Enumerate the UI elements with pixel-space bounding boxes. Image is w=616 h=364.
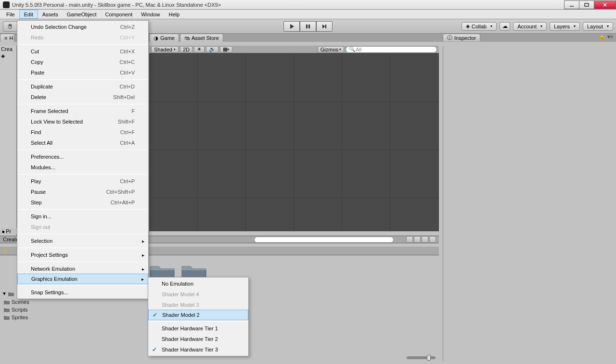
tree-folder-scripts[interactable]: Scripts xyxy=(4,306,139,314)
item-label: Redo xyxy=(31,35,43,40)
submenu-shader-model-4[interactable]: Shader Model 4 xyxy=(148,289,248,300)
menu-graphics-emulation[interactable]: Graphics Emulation xyxy=(17,274,148,284)
menu-snap-settings[interactable]: Snap Settings... xyxy=(17,287,148,298)
menu-copy[interactable]: CopyCtrl+C xyxy=(17,57,148,67)
panel-menu-icon[interactable]: ▾≡ xyxy=(607,34,613,40)
game-tab[interactable]: ◑Game xyxy=(149,34,179,42)
gizmos-dropdown[interactable]: Gizmos▾ xyxy=(318,46,344,53)
menu-preferences[interactable]: Preferences... xyxy=(17,151,148,162)
menu-paste[interactable]: PasteCtrl+V xyxy=(17,67,148,78)
filter-type-icon[interactable] xyxy=(414,236,421,243)
menu-play[interactable]: PlayCtrl+P xyxy=(17,176,148,187)
menu-frame-selected[interactable]: Frame SelectedF xyxy=(17,106,148,116)
submenu-shader-model-2[interactable]: ✓Shader Model 2 xyxy=(148,310,248,320)
scene-row[interactable]: ◈ xyxy=(0,52,16,60)
scene-search-input[interactable]: 🔍All xyxy=(346,46,437,53)
step-button[interactable] xyxy=(316,21,333,32)
menu-step[interactable]: StepCtrl+Alt+P xyxy=(17,197,148,208)
svg-rect-1 xyxy=(585,3,589,6)
submenu-no-emulation[interactable]: No Emulation xyxy=(148,278,248,289)
render-mode-label: Shaded xyxy=(154,47,172,52)
slider-thumb[interactable] xyxy=(427,355,431,361)
image-icon: ▦ xyxy=(223,46,228,52)
menu-find[interactable]: FindCtrl+F xyxy=(17,127,148,138)
menu-network-emulation[interactable]: Network Emulation xyxy=(17,264,148,274)
inspector-options: 🔒 ▾≡ xyxy=(599,34,613,40)
menu-assets[interactable]: Assets xyxy=(38,10,63,19)
menu-lock-view[interactable]: Lock View to SelectedShift+F xyxy=(17,116,148,127)
menu-separator xyxy=(18,248,147,248)
project-search-input[interactable] xyxy=(254,237,394,243)
submenu-shader-model-3[interactable]: Shader Model 3 xyxy=(148,300,248,310)
edit-menu-dropdown: Undo Selection ChangeCtrl+Z RedoCtrl+Y C… xyxy=(17,20,149,299)
menu-window[interactable]: Window xyxy=(137,10,164,19)
maximize-button[interactable] xyxy=(579,0,594,9)
search-icon: 🔍 xyxy=(349,46,356,52)
menu-project-settings[interactable]: Project Settings xyxy=(17,250,148,260)
menu-component[interactable]: Component xyxy=(101,10,137,19)
filter-search-icon[interactable] xyxy=(406,236,413,243)
assetstore-tab[interactable]: 🛍Asset Store xyxy=(180,34,223,42)
account-dropdown[interactable]: Account▾ xyxy=(513,22,547,31)
menu-edit[interactable]: Edit xyxy=(19,10,38,19)
cloud-button[interactable]: ☁ xyxy=(500,22,510,31)
menu-pause[interactable]: PauseCtrl+Shift+P xyxy=(17,187,148,197)
item-label: Lock View to Selected xyxy=(31,119,83,125)
submenu-hw-tier-3[interactable]: ✓Shader Hardware Tier 3 xyxy=(148,344,248,355)
menu-delete[interactable]: DeleteShift+Del xyxy=(17,92,148,102)
chevron-down-icon: ▾ xyxy=(490,24,492,28)
hand-tool-button[interactable] xyxy=(3,21,17,32)
favorite-icon[interactable] xyxy=(429,236,436,243)
tree-folder-scenes[interactable]: Scenes xyxy=(4,298,139,306)
cloud-icon: ☁ xyxy=(502,23,508,29)
effects-toggle[interactable]: ▦▾ xyxy=(220,46,232,53)
item-shortcut: Ctrl+A xyxy=(120,140,135,146)
submenu-hw-tier-1[interactable]: Shader Hardware Tier 1 xyxy=(148,323,248,334)
inspector-tab[interactable]: ⓘInspector xyxy=(443,34,480,41)
tree-expand[interactable]: ▼ xyxy=(2,291,14,296)
item-shortcut: Ctrl+Y xyxy=(120,35,135,40)
menu-redo[interactable]: RedoCtrl+Y xyxy=(17,32,148,43)
window-titlebar: Unity 5.5.0f3 Personal - main.unity - Sk… xyxy=(0,0,616,10)
menu-duplicate[interactable]: DuplicateCtrl+D xyxy=(17,81,148,92)
item-shortcut: Ctrl+D xyxy=(120,84,135,89)
chevron-down-icon: ▾ xyxy=(607,24,609,28)
lighting-toggle[interactable]: ☀ xyxy=(194,46,205,53)
audio-toggle[interactable]: 🔊 xyxy=(206,46,218,53)
hierarchy-tab[interactable]: ≡H xyxy=(0,34,14,42)
collab-dropdown[interactable]: ◈Collab▾ xyxy=(462,22,497,31)
hierarchy-create[interactable]: Crea xyxy=(0,46,16,52)
submenu-hw-tier-2[interactable]: Shader Hardware Tier 2 xyxy=(148,334,248,344)
filter-label-icon[interactable] xyxy=(422,236,428,243)
menu-selection[interactable]: Selection xyxy=(17,236,148,246)
menu-gameobject[interactable]: GameObject xyxy=(63,10,101,19)
item-label: Shader Hardware Tier 2 xyxy=(162,336,218,342)
render-mode-dropdown[interactable]: Shaded▾ xyxy=(151,46,179,53)
minimize-button[interactable] xyxy=(564,0,579,9)
menu-sign-in[interactable]: Sign in... xyxy=(17,211,148,222)
layers-dropdown[interactable]: Layers▾ xyxy=(550,22,580,31)
close-button[interactable] xyxy=(594,0,616,9)
play-button[interactable] xyxy=(283,21,300,32)
menu-file[interactable]: File xyxy=(2,10,19,19)
window-controls xyxy=(565,0,616,9)
item-shortcut: Shift+F xyxy=(118,119,135,125)
project-tab-stub[interactable]: ■ Pr xyxy=(0,228,17,234)
menu-sign-out[interactable]: Sign out xyxy=(17,222,148,232)
tree-folder-sprites[interactable]: Sprites xyxy=(4,314,139,321)
check-icon: ✓ xyxy=(153,312,157,318)
menu-modules[interactable]: Modules... xyxy=(17,162,148,173)
transform-tools xyxy=(0,21,17,32)
2d-toggle[interactable]: 2D xyxy=(180,46,192,53)
menu-select-all[interactable]: Select AllCtrl+A xyxy=(17,138,148,148)
menu-separator xyxy=(18,104,147,104)
inspector-icon: ⓘ xyxy=(447,34,452,41)
layout-dropdown[interactable]: Layout▾ xyxy=(583,22,613,31)
menu-undo[interactable]: Undo Selection ChangeCtrl+Z xyxy=(17,22,148,32)
menu-cut[interactable]: CutCtrl+X xyxy=(17,46,148,57)
pause-button[interactable] xyxy=(300,21,316,32)
menu-help[interactable]: Help xyxy=(164,10,184,19)
thumbnail-size-slider[interactable] xyxy=(407,356,436,359)
scene-viewport[interactable] xyxy=(149,53,439,231)
lock-icon[interactable]: 🔒 xyxy=(599,34,605,40)
